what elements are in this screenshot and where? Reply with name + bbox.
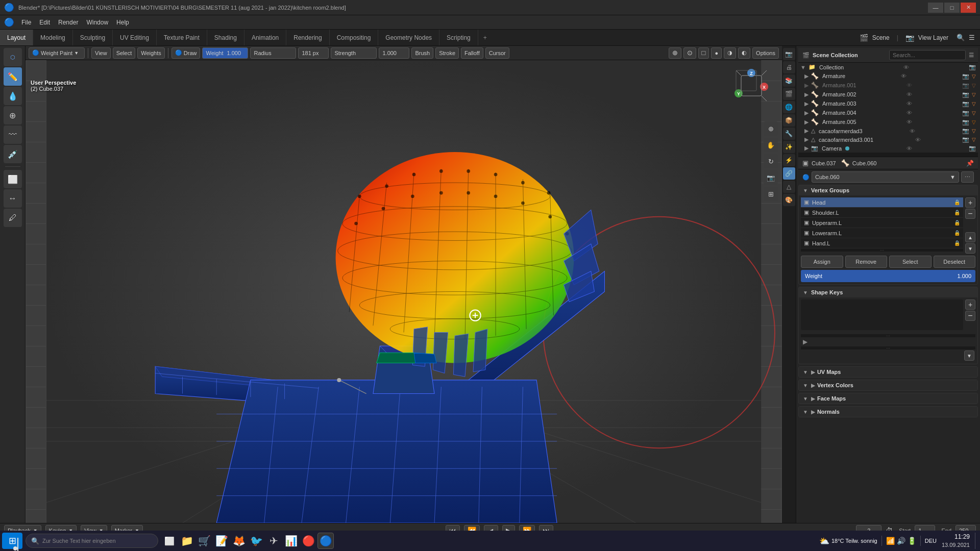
viewport-canvas[interactable]: User Perspective (2) Cube.037 Z X Y: [26, 60, 782, 523]
vertex-groups-header[interactable]: Vertex Groups: [799, 185, 977, 195]
tab-animation[interactable]: Animation: [244, 30, 286, 45]
falloff-menu-btn[interactable]: Falloff: [461, 47, 483, 59]
data-options-btn[interactable]: ⋯: [961, 171, 974, 183]
prop-tab-output[interactable]: 🖨: [783, 61, 795, 73]
select-box-btn[interactable]: ⬜: [4, 170, 22, 188]
data-name-dropdown[interactable]: Cube.060 ▼: [812, 171, 959, 183]
taskbar-icon-thunderbird[interactable]: 🐦: [248, 533, 264, 549]
gizmo-toggle[interactable]: ⊕: [669, 47, 681, 59]
weight-row[interactable]: Weight 1.000: [801, 270, 975, 282]
vg-item-shoulder[interactable]: ▣ Shoulder.L 🔒: [801, 208, 963, 218]
list-resize-handle[interactable]: ⋯: [801, 248, 963, 252]
uv-maps-header[interactable]: ▶ UV Maps: [799, 367, 977, 377]
taskbar-icon-blender[interactable]: 🔵: [317, 533, 334, 549]
remove-btn[interactable]: Remove: [845, 256, 888, 268]
tab-compositing[interactable]: Compositing: [330, 30, 379, 45]
taskbar-search[interactable]: 🔍 Zur Suche Text hier eingeben: [26, 534, 158, 548]
outliner-search[interactable]: [889, 50, 966, 60]
taskbar-icon-app2[interactable]: 📊: [283, 533, 299, 549]
armature005-vis-icon[interactable]: 👁: [906, 119, 912, 125]
sk-expand-icon[interactable]: ▶: [803, 338, 807, 345]
tree-item-collection[interactable]: ▼ 📁 Collection 👁 📷: [798, 63, 978, 71]
assign-btn[interactable]: Assign: [801, 256, 843, 268]
select-btn[interactable]: Select: [889, 256, 932, 268]
zoom-to-fit-btn[interactable]: ⊕: [764, 121, 778, 136]
collection-render-icon[interactable]: 📷: [969, 64, 976, 70]
strength-field[interactable]: Strength: [331, 47, 377, 59]
mesh-name-display[interactable]: Cube.060: [852, 160, 877, 166]
tab-geometry-nodes[interactable]: Geometry Nodes: [378, 30, 439, 45]
prop-tab-render[interactable]: 📷: [783, 48, 795, 60]
taskbar-icon-explorer[interactable]: 📁: [179, 533, 195, 549]
vg-lock-shoulder[interactable]: 🔒: [954, 210, 960, 215]
xray-toggle[interactable]: □: [698, 47, 709, 59]
local-view-btn[interactable]: ⊞: [764, 187, 778, 201]
select-menu-btn[interactable]: Select: [113, 47, 136, 59]
options-btn[interactable]: Options: [752, 47, 779, 59]
armature001-render-icon[interactable]: 📷: [962, 82, 969, 89]
prop-tab-physics[interactable]: ⚡: [783, 154, 795, 166]
search-icon-top[interactable]: 🔍: [957, 34, 965, 41]
tab-modeling[interactable]: Modeling: [33, 30, 73, 45]
menu-item-window[interactable]: Window: [82, 18, 112, 27]
tree-item-armature004[interactable]: ▶ 🦴 Armature.004 👁 📷 ▽: [798, 108, 978, 117]
radius-value-btn[interactable]: 181 px: [298, 47, 329, 59]
network-icon[interactable]: 📶: [886, 537, 895, 545]
vertex-colors-header[interactable]: ▶ Vertex Colors: [799, 380, 977, 390]
blur-tool-btn[interactable]: 💧: [4, 87, 22, 105]
tab-layout[interactable]: Layout: [0, 30, 33, 45]
vg-move-up-btn[interactable]: ▲: [965, 232, 975, 242]
taskbar-icon-app1[interactable]: ✈: [265, 533, 282, 549]
prop-tab-world[interactable]: 🌐: [783, 101, 795, 113]
brush-menu-btn[interactable]: Brush: [411, 47, 433, 59]
view-menu-btn[interactable]: View: [91, 47, 111, 59]
brush-selector[interactable]: 🔵 Draw: [172, 47, 201, 59]
maximize-button[interactable]: □: [944, 3, 960, 13]
mode-indicator-btn[interactable]: ⬡: [4, 48, 22, 66]
vg-lock-head[interactable]: 🔒: [954, 199, 960, 205]
cacao-vis-icon[interactable]: 👁: [910, 128, 915, 134]
mode-dropdown[interactable]: 🔵 Weight Paint ▼: [29, 47, 85, 59]
cursor-menu-btn[interactable]: Cursor: [485, 47, 509, 59]
tree-item-armature[interactable]: ▶ 🦴 Armature 👁 📷 ▽: [798, 71, 978, 81]
prop-tab-scene[interactable]: 🎬: [783, 88, 795, 100]
tab-texture-paint[interactable]: Texture Paint: [157, 30, 207, 45]
minimize-button[interactable]: —: [928, 3, 943, 13]
armature003-vis-icon[interactable]: 👁: [906, 101, 912, 107]
shading-render[interactable]: ◐: [738, 47, 750, 59]
tree-item-armature001[interactable]: ▶ 🦴 Armature.001 👁 📷 ▽: [798, 81, 978, 90]
armature002-render-icon[interactable]: 📷: [962, 91, 969, 98]
vg-item-lowerarm[interactable]: ▣ Lowerarm.L 🔒: [801, 228, 963, 238]
tree-item-cacao[interactable]: ▶ △ cacaofarmerdad3 👁 📷 ▽: [798, 127, 978, 135]
vg-item-head[interactable]: ▣ Head 🔒: [801, 197, 963, 208]
tree-item-cacao001[interactable]: ▶ △ cacaofarmerdad3.001 👁 📷 ▽: [798, 135, 978, 144]
sk-collapse-btn[interactable]: ▼: [964, 350, 974, 361]
prop-tab-data[interactable]: △: [783, 181, 795, 193]
timeline-cursor-line[interactable]: [17, 538, 18, 551]
blender-menu-logo[interactable]: 🔵: [4, 17, 14, 27]
orbit-btn[interactable]: ↻: [764, 154, 778, 168]
task-view-btn[interactable]: ⬜: [161, 533, 178, 549]
average-tool-btn[interactable]: ⊕: [4, 106, 22, 124]
smear-tool-btn[interactable]: 〰: [4, 126, 22, 144]
transform-btn[interactable]: ↔: [4, 189, 22, 208]
prop-tab-object[interactable]: 📦: [783, 114, 795, 127]
close-button[interactable]: ✕: [961, 3, 976, 13]
collection-visibility-icon[interactable]: 👁: [903, 64, 909, 70]
object-name-display[interactable]: Cube.037: [812, 160, 836, 166]
vg-item-hand[interactable]: ▣ Hand.L 🔒: [801, 238, 963, 248]
annotate-btn[interactable]: 🖊: [4, 209, 22, 227]
battery-icon[interactable]: 🔋: [908, 537, 916, 545]
vg-lock-hand[interactable]: 🔒: [954, 240, 960, 246]
armature-vis-icon[interactable]: 👁: [901, 73, 906, 79]
scene-name[interactable]: Scene: [872, 34, 890, 41]
menu-item-file[interactable]: File: [17, 18, 35, 27]
menu-item-render[interactable]: Render: [54, 18, 82, 27]
deselect-btn[interactable]: Deselect: [934, 256, 976, 268]
tree-item-armature003[interactable]: ▶ 🦴 Armature.003 👁 📷 ▽: [798, 99, 978, 108]
cacao-render-icon[interactable]: 📷: [962, 128, 969, 134]
shading-solid[interactable]: ●: [711, 47, 722, 59]
vg-lock-upperarm[interactable]: 🔒: [954, 220, 960, 226]
sk-move-down-btn-area[interactable]: ▼: [801, 349, 975, 362]
model-viewport[interactable]: [26, 60, 782, 523]
